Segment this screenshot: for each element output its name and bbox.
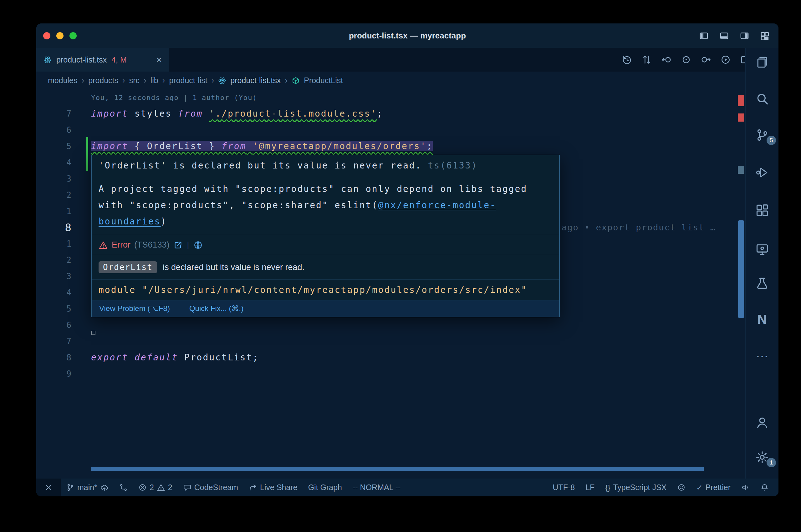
gutter-modified-indicator [86,137,88,171]
status-announcement[interactable] [736,478,755,496]
hover-resize-handle[interactable] [91,331,95,335]
source-control-icon[interactable]: 5 [746,124,779,146]
status-language-mode[interactable]: {}TypeScript JSX [600,478,672,496]
quick-fix-action[interactable]: Quick Fix... (⌘.) [189,304,243,313]
status-git-graph[interactable]: Git Graph [303,478,347,496]
code-line[interactable]: 9 [36,366,737,382]
line-number: 8 [36,220,77,236]
status-prettier[interactable]: ✓Prettier [691,478,736,496]
code-line[interactable]: 5import { OrderList } from '@myreactapp/… [36,138,737,154]
changes-icon[interactable] [681,54,691,65]
nx-console-icon[interactable]: N [746,308,779,331]
breadcrumb-file[interactable]: product-list.tsx [230,76,281,85]
status-label: Prettier [705,483,731,492]
search-icon[interactable] [746,88,779,110]
status-label: Git Graph [308,483,342,492]
settings-gear-icon[interactable]: 1 [746,446,779,469]
line-number: 3 [36,268,77,284]
previous-change-icon[interactable] [661,54,672,65]
symbol-component-icon [292,77,300,85]
extensions-icon[interactable] [746,199,779,222]
eslint-rule-link[interactable]: @nx/enforce-module- [378,200,496,210]
check-icon: ✓ [696,483,703,492]
accounts-icon[interactable] [746,411,779,434]
breadcrumb-symbol[interactable]: ProductList [304,76,343,85]
hover-symbol-message: OrderList is declared but its value is n… [92,255,559,280]
run-icon[interactable] [720,54,731,65]
timeline-icon[interactable] [622,54,632,65]
status-live-share[interactable]: Live Share [243,478,303,496]
react-icon [43,56,52,64]
line-number: 1 [36,236,77,252]
ts-error-code: ts(6133) [428,160,477,171]
vscode-window: product-list.tsx — myreactapp product-li… [36,23,779,496]
testing-icon[interactable] [746,272,779,294]
symbol-chip: OrderList [98,261,157,273]
status-problems[interactable]: 22 [133,478,178,496]
breadcrumb: modules › products › src › lib › product… [36,72,745,89]
explorer-icon[interactable] [746,51,779,73]
external-link-icon[interactable] [174,240,183,250]
breadcrumb-item[interactable]: lib [150,76,158,85]
bell-icon [760,483,769,492]
status-git-branch[interactable]: main* [61,478,114,496]
code-line[interactable]: 6 [36,317,737,333]
toggle-primary-sidebar-icon[interactable] [699,31,709,41]
breadcrumb-item[interactable]: product-list [169,76,207,85]
run-debug-icon[interactable] [746,161,779,184]
remote-explorer-icon[interactable] [746,238,779,261]
error-icon [138,483,147,492]
editor[interactable]: You, 12 seconds ago | 1 author (You) 7im… [36,89,745,478]
breadcrumb-item[interactable]: products [88,76,118,85]
breadcrumb-item[interactable]: modules [48,76,78,85]
compare-changes-icon[interactable] [641,54,652,65]
status-feedback[interactable] [672,478,691,496]
breadcrumb-item[interactable]: src [129,76,140,85]
separator: | [187,240,189,250]
code-line[interactable]: 6 [36,122,737,138]
status-label: -- NORMAL -- [353,483,401,492]
status-notifications[interactable] [755,478,774,496]
chevron-right-icon: › [144,76,146,86]
inline-blame: ago • export product list … [562,220,716,236]
hover-tooltip: 'OrderList' is declared but its value is… [91,155,560,317]
remote-icon [44,483,53,492]
overview-ruler[interactable] [737,89,745,478]
code-line[interactable]: 7 [36,333,737,349]
cloud-upload-icon [100,483,109,492]
close-tab-icon[interactable]: × [156,55,162,64]
globe-icon[interactable] [193,240,203,250]
activity-badge: 1 [767,458,776,467]
tab-product-list[interactable]: product-list.tsx 4, M × [36,48,169,72]
next-change-icon[interactable] [700,54,711,65]
hover-eslint-message: A project tagged with "scope:products" c… [92,176,559,235]
toggle-secondary-sidebar-icon[interactable] [740,31,749,41]
status-label: main* [77,483,97,492]
titlebar: product-list.tsx — myreactapp [36,23,779,48]
code-line[interactable]: 8export default ProductList; [36,349,737,366]
symbol-message: is declared but its value is never read. [163,263,305,272]
status-codestream[interactable]: CodeStream [178,478,243,496]
more-views-icon[interactable]: ⋯ [746,345,779,367]
status-encoding[interactable]: UTF-8 [547,478,580,496]
line-number: 7 [36,333,77,349]
code-line[interactable]: 7import styles from './product-list.modu… [36,106,737,122]
customize-layout-icon[interactable] [760,31,770,41]
line-number: 8 [36,349,77,366]
vertical-scrollbar-thumb[interactable] [738,220,744,318]
eslint-rule-link[interactable]: boundaries [98,216,161,227]
warning-triangle-icon [98,240,108,250]
line-number: 6 [36,317,77,333]
status-commit-graph[interactable] [114,478,133,496]
line-number: 2 [36,252,77,268]
codelens-blame[interactable]: You, 12 seconds ago | 1 author (You) [91,94,257,101]
status-eol[interactable]: LF [580,478,600,496]
status-vim-mode[interactable]: -- NORMAL -- [347,478,406,496]
line-number: 1 [36,203,77,220]
horizontal-scrollbar[interactable] [91,467,704,471]
line-number: 4 [36,154,77,171]
view-problem-action[interactable]: View Problem (⌥F8) [99,304,170,313]
toggle-panel-icon[interactable] [719,31,729,41]
status-remote-indicator[interactable] [36,478,61,496]
line-number: 5 [36,301,77,317]
